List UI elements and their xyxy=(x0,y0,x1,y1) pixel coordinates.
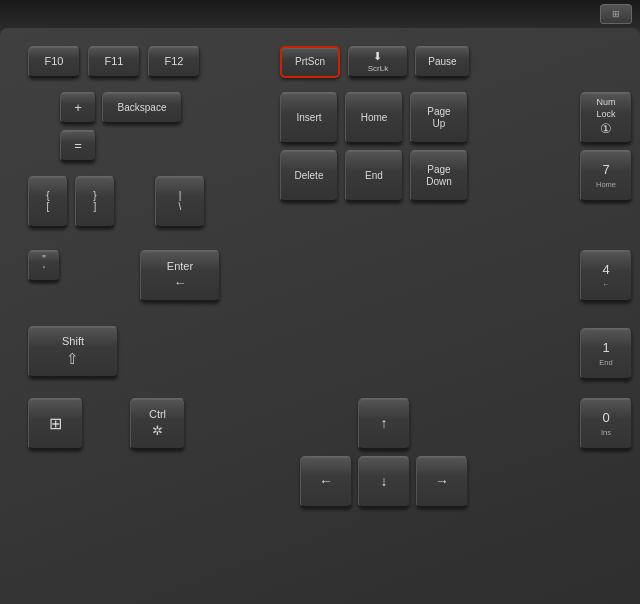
open-brace-top: { xyxy=(46,191,49,201)
num7-sub: Home xyxy=(596,180,616,189)
close-brace-top: } xyxy=(93,191,96,201)
key-delete[interactable]: Delete xyxy=(280,150,338,202)
keyboard-body: F10 F11 F12 PrtScn ⬇ ScrLk Pause Insert … xyxy=(0,28,640,604)
key-f10[interactable]: F10 xyxy=(28,46,80,78)
pipe-bot: \ xyxy=(179,202,182,212)
key-prtscn[interactable]: PrtScn xyxy=(280,46,340,78)
key-backspace[interactable]: Backspace xyxy=(102,92,182,124)
key-insert[interactable]: Insert xyxy=(280,92,338,144)
key-win[interactable]: ⊞ xyxy=(28,398,83,450)
top-bar-icon: ⊞ xyxy=(600,4,632,24)
quote-bot: ' xyxy=(43,266,45,276)
key-arrow-left[interactable]: ← xyxy=(300,456,352,508)
open-brace-bot: [ xyxy=(47,202,50,212)
num7-label: 7 xyxy=(602,162,609,178)
scrlk-label: ScrLk xyxy=(368,64,388,74)
ctrl-icon: ✲ xyxy=(152,423,163,439)
num4-label: 4 xyxy=(602,262,609,278)
key-pageup[interactable]: Page Up xyxy=(410,92,468,144)
key-pause[interactable]: Pause xyxy=(415,46,470,78)
key-close-brace[interactable]: } ] xyxy=(75,176,115,228)
key-plus[interactable]: + xyxy=(60,92,96,124)
win-icon: ⊞ xyxy=(49,414,62,433)
num1-sub: End xyxy=(599,358,612,367)
numlock-text-top: Num Lock xyxy=(596,97,615,120)
top-bar: ⊞ xyxy=(0,0,640,28)
key-num1[interactable]: 1 End xyxy=(580,328,632,380)
key-home[interactable]: Home xyxy=(345,92,403,144)
key-arrow-down[interactable]: ↓ xyxy=(358,456,410,508)
close-brace-bot: ] xyxy=(94,202,97,212)
key-quote[interactable]: " ' xyxy=(28,250,60,282)
key-enter[interactable]: Enter ← xyxy=(140,250,220,302)
key-arrow-right[interactable]: → xyxy=(416,456,468,508)
scrlk-icon: ⬇ xyxy=(373,50,382,63)
key-ctrl[interactable]: Ctrl ✲ xyxy=(130,398,185,450)
key-num0[interactable]: 0 Ins xyxy=(580,398,632,450)
key-eq[interactable]: = xyxy=(60,130,96,162)
key-num7[interactable]: 7 Home xyxy=(580,150,632,202)
key-arrow-up[interactable]: ↑ xyxy=(358,398,410,450)
key-pipe[interactable]: | \ xyxy=(155,176,205,228)
ctrl-label: Ctrl xyxy=(149,408,166,421)
num4-sub: ← xyxy=(602,280,610,289)
num1-label: 1 xyxy=(602,340,609,356)
keyboard-photo: ⊞ F10 F11 F12 PrtScn ⬇ ScrLk Pause Inser… xyxy=(0,0,640,604)
key-num4[interactable]: 4 ← xyxy=(580,250,632,302)
key-f11[interactable]: F11 xyxy=(88,46,140,78)
num0-label: 0 xyxy=(602,410,609,426)
shift-label: Shift xyxy=(62,335,84,348)
key-shift[interactable]: Shift ⇧ xyxy=(28,326,118,378)
quote-top: " xyxy=(42,255,46,265)
key-f12[interactable]: F12 xyxy=(148,46,200,78)
pipe-top: | xyxy=(179,191,182,201)
key-pagedown[interactable]: Page Down xyxy=(410,150,468,202)
enter-label: Enter xyxy=(167,260,193,273)
shift-icon: ⇧ xyxy=(66,350,79,368)
key-scrlk[interactable]: ⬇ ScrLk xyxy=(348,46,408,78)
numlock-num: ① xyxy=(596,121,615,138)
key-numlock[interactable]: Num Lock ① xyxy=(580,92,632,144)
num0-sub: Ins xyxy=(601,428,611,437)
key-open-brace[interactable]: { [ xyxy=(28,176,68,228)
key-end[interactable]: End xyxy=(345,150,403,202)
enter-icon: ← xyxy=(173,275,186,291)
